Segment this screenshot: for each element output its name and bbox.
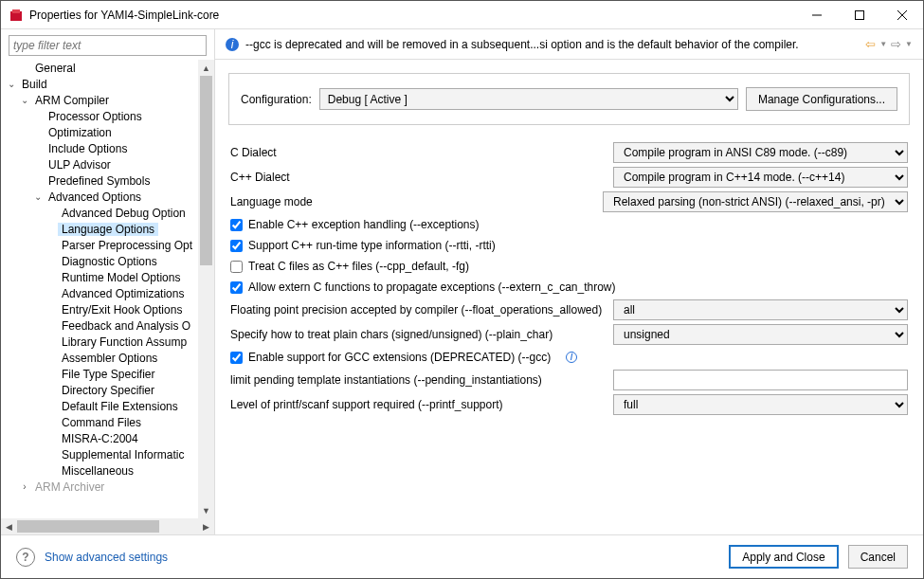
cpp-default-checkbox[interactable] — [230, 261, 243, 273]
extern-c-checkbox[interactable] — [230, 281, 243, 294]
footer: ? Show advanced settings Apply and Close… — [1, 534, 923, 578]
tree-item[interactable]: File Type Specifier — [58, 368, 159, 381]
float-precision-label: Floating point precision accepted by com… — [230, 303, 606, 317]
float-precision-select[interactable]: all — [613, 299, 908, 320]
scroll-thumb[interactable] — [17, 520, 159, 533]
pending-instantiations-input[interactable] — [613, 370, 908, 390]
nav-back-menu-icon[interactable]: ▼ — [879, 40, 888, 48]
left-pane: General ⌄Build ⌄ARM Compiler Processor O… — [1, 29, 215, 534]
printf-support-select[interactable]: full — [613, 394, 908, 415]
tree-item[interactable]: MISRA-C:2004 — [58, 432, 142, 445]
plain-char-select[interactable]: unsigned — [613, 324, 908, 345]
c-dialect-select[interactable]: Compile program in ANSI C89 mode. (--c89… — [613, 142, 908, 163]
nav-back-icon[interactable]: ⇦ — [864, 37, 877, 51]
tree-item[interactable]: Diagnostic Options — [58, 255, 161, 268]
tree-item[interactable]: Parser Preprocessing Opt — [58, 239, 196, 252]
expander-icon[interactable]: ⌄ — [5, 79, 18, 89]
scroll-right-icon[interactable]: ▶ — [198, 522, 214, 532]
language-mode-select[interactable]: Relaxed parsing (non-strict ANSI) (--rel… — [603, 191, 908, 212]
expander-icon[interactable]: › — [18, 481, 31, 492]
cpp-default-label: Treat C files as C++ files (--cpp_defaul… — [248, 260, 469, 273]
tree-horizontal-scrollbar[interactable]: ◀ ▶ — [1, 518, 214, 534]
info-icon: i — [225, 37, 240, 52]
svg-rect-1 — [12, 9, 20, 13]
expander-icon[interactable]: ⌄ — [31, 191, 45, 202]
manage-configurations-button[interactable]: Manage Configurations... — [746, 87, 897, 111]
tree-item[interactable]: Default File Extensions — [58, 400, 182, 413]
tree-item-selected[interactable]: Language Options — [58, 223, 158, 236]
c-dialect-label: C Dialect — [230, 146, 606, 159]
tree-item[interactable]: Entry/Exit Hook Options — [58, 303, 186, 317]
tree-item[interactable]: Feedback and Analysis O — [58, 319, 194, 333]
tree-item[interactable]: Miscellaneous — [58, 464, 137, 478]
rtti-checkbox[interactable] — [230, 240, 243, 252]
tree-item[interactable]: ARM Compiler — [31, 94, 113, 107]
configuration-box: Configuration: Debug [ Active ] Manage C… — [228, 73, 910, 125]
tree-item[interactable]: General — [31, 62, 80, 75]
tree-item[interactable]: Directory Specifier — [58, 384, 158, 397]
tree-item[interactable]: Advanced Optimizations — [58, 287, 188, 300]
gcc-label: Enable support for GCC extensions (DEPRE… — [248, 351, 551, 364]
plain-char-label: Specify how to treat plain chars (signed… — [230, 328, 606, 341]
banner-message: --gcc is deprecated and will be removed … — [245, 38, 859, 51]
scroll-left-icon[interactable]: ◀ — [1, 522, 17, 532]
show-advanced-link[interactable]: Show advanced settings — [45, 551, 168, 564]
cpp-dialect-select[interactable]: Compile program in C++14 mode. (--c++14) — [613, 167, 908, 188]
pending-instantiations-label: limit pending template instantiations (-… — [230, 373, 606, 387]
minimize-button[interactable] — [795, 1, 838, 28]
scroll-thumb[interactable] — [200, 76, 212, 265]
tree-item[interactable]: Advanced Options — [45, 190, 145, 204]
svg-text:i: i — [231, 38, 234, 51]
info-icon: i — [566, 352, 577, 363]
gcc-checkbox[interactable] — [230, 352, 243, 364]
scroll-down-icon[interactable]: ▼ — [198, 502, 214, 518]
svg-rect-3 — [855, 10, 863, 19]
tree-item[interactable]: Library Function Assump — [58, 335, 190, 349]
language-mode-label: Language mode — [230, 195, 595, 208]
tree-item[interactable]: Advanced Debug Option — [58, 207, 190, 220]
apply-and-close-button[interactable]: Apply and Close — [729, 545, 838, 569]
configuration-label: Configuration: — [241, 93, 312, 106]
tree-item[interactable]: Runtime Model Options — [58, 271, 184, 284]
form-area: C Dialect Compile program in ANSI C89 mo… — [215, 131, 923, 534]
extern-c-label: Allow extern C functions to propagate ex… — [248, 280, 616, 294]
expander-icon[interactable]: ⌄ — [18, 95, 31, 105]
nav-forward-icon[interactable]: ⇨ — [890, 37, 902, 51]
nav-forward-menu-icon[interactable]: ▼ — [904, 40, 914, 48]
nav-tree[interactable]: General ⌄Build ⌄ARM Compiler Processor O… — [1, 60, 198, 518]
tree-item[interactable]: ARM Archiver — [31, 480, 108, 494]
cpp-dialect-label: C++ Dialect — [230, 171, 606, 184]
tree-item[interactable]: Build — [18, 78, 51, 91]
exceptions-checkbox[interactable] — [230, 219, 243, 231]
rtti-label: Support C++ run-time type information (-… — [248, 239, 496, 252]
message-banner: i --gcc is deprecated and will be remove… — [215, 29, 923, 60]
app-icon — [9, 8, 24, 23]
help-icon[interactable]: ? — [16, 548, 35, 567]
tree-item[interactable]: Command Files — [58, 416, 145, 429]
tree-item[interactable]: Assembler Options — [58, 352, 161, 365]
window-title: Properties for YAMI4-SimpleLink-core — [29, 9, 795, 22]
scroll-up-icon[interactable]: ▲ — [198, 60, 214, 76]
tree-item[interactable]: Predefined Symbols — [45, 174, 154, 188]
svg-text:i: i — [570, 352, 572, 363]
tree-item[interactable]: Processor Options — [45, 110, 146, 123]
configuration-select[interactable]: Debug [ Active ] — [319, 88, 738, 110]
tree-vertical-scrollbar[interactable]: ▲ ▼ — [198, 60, 214, 518]
filter-input[interactable] — [9, 35, 207, 56]
exceptions-label: Enable C++ exception handling (--excepti… — [248, 218, 479, 231]
titlebar: Properties for YAMI4-SimpleLink-core — [1, 1, 923, 29]
tree-item[interactable]: Supplemental Informatic — [58, 448, 188, 461]
close-button[interactable] — [880, 1, 923, 28]
cancel-button[interactable]: Cancel — [848, 545, 908, 569]
printf-support-label: Level of printf/scanf support required (… — [230, 398, 606, 411]
tree-item[interactable]: Optimization — [45, 126, 116, 139]
tree-item[interactable]: ULP Advisor — [45, 158, 115, 172]
maximize-button[interactable] — [838, 1, 880, 28]
tree-item[interactable]: Include Options — [45, 142, 131, 155]
